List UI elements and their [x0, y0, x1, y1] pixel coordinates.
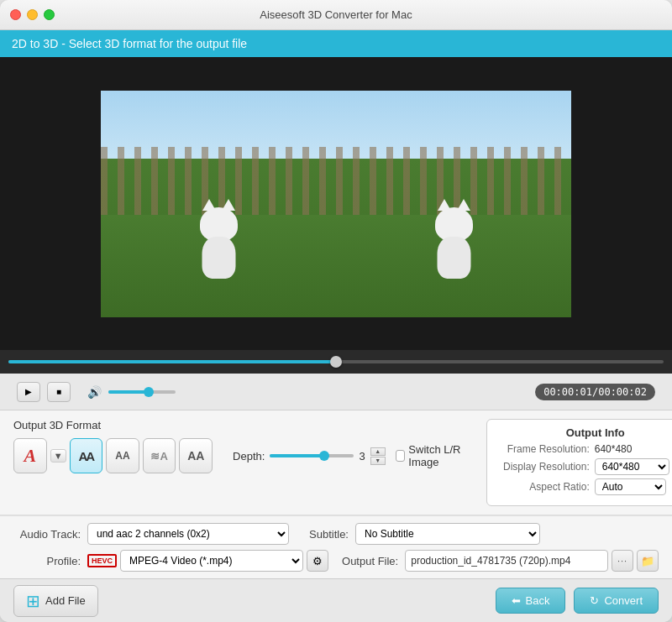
aspect-ratio-row: Aspect Ratio: Auto 16:9 4:3 1:1: [497, 478, 672, 495]
display-resolution-label: Display Resolution:: [497, 461, 590, 473]
cat-scene-left: [101, 91, 336, 317]
cat-scene-right: [336, 91, 571, 317]
convert-icon: ↻: [590, 594, 599, 607]
depth-stepper[interactable]: ▲ ▼: [370, 447, 386, 465]
footer: ⊞ Add File ⬅ Back ↻ Convert: [0, 578, 672, 622]
video-right: [336, 91, 571, 317]
aspect-ratio-label: Aspect Ratio:: [497, 481, 590, 493]
seek-progress: [8, 360, 336, 363]
traffic-lights: [10, 9, 55, 20]
stop-icon: ■: [56, 387, 61, 396]
window-title: Aiseesoft 3D Converter for Mac: [260, 8, 412, 21]
depth-thumb: [319, 451, 329, 461]
volume-slider[interactable]: [108, 390, 176, 394]
controls-bar: ▶ ■ 🔊 00:00:01/00:00:02: [0, 374, 672, 410]
title-bar: Aiseesoft 3D Converter for Mac: [0, 0, 672, 30]
format-label: Output 3D Format: [13, 419, 478, 431]
aa-topbottom-icon: AA: [115, 451, 129, 461]
depth-up[interactable]: ▲: [370, 447, 386, 456]
play-button[interactable]: ▶: [17, 382, 40, 402]
format-btn-depth[interactable]: AA: [179, 438, 213, 473]
profile-select[interactable]: MPEG-4 Video (*.mp4): [120, 550, 303, 572]
time-display: 00:00:01/00:00:02: [535, 384, 655, 400]
aspect-ratio-select[interactable]: Auto 16:9 4:3 1:1: [595, 478, 666, 495]
switch-lr-checkbox[interactable]: [396, 450, 406, 462]
output-file-label: Output File:: [342, 555, 398, 567]
add-file-button[interactable]: ⊞ Add File: [13, 585, 98, 617]
display-resolution-row: Display Resolution: 640*480 1280*720 192…: [497, 458, 672, 475]
dots-icon: ···: [617, 556, 627, 566]
back-button[interactable]: ⬅ Back: [496, 588, 566, 614]
format-dropdown-arrow[interactable]: ▼: [50, 449, 66, 463]
depth-slider[interactable]: [270, 454, 354, 457]
frame-resolution-value: 640*480: [595, 443, 633, 455]
convert-button[interactable]: ↻ Convert: [574, 588, 659, 614]
output-file-input[interactable]: production_id_4781735 (720p).mp4: [405, 550, 608, 572]
bottom-settings: Audio Track: und aac 2 channels (0x2) Su…: [0, 515, 672, 578]
depth-icon: AA: [187, 449, 204, 463]
profile-settings-button[interactable]: ⚙: [307, 550, 328, 572]
format-btn-aa-topbottom[interactable]: AA: [106, 438, 139, 473]
video-area: [0, 57, 672, 350]
switch-lr-label: Switch L/R Image: [408, 443, 477, 468]
footer-actions: ⬅ Back ↻ Convert: [496, 588, 659, 614]
depth-label: Depth:: [233, 450, 265, 463]
add-file-label: Add File: [45, 594, 86, 607]
frame-resolution-row: Frame Resolution: 640*480: [497, 443, 672, 455]
anaglyph-icon: ≋A: [150, 450, 167, 463]
volume-fill: [108, 390, 149, 394]
depth-fill: [270, 454, 324, 457]
red-a-icon: A: [24, 445, 36, 467]
back-icon: ⬅: [512, 594, 521, 607]
blue-banner: 2D to 3D - Select 3D format for the outp…: [0, 30, 672, 57]
format-btn-red-a[interactable]: A: [13, 438, 47, 473]
volume-icon: 🔊: [87, 385, 102, 399]
volume-thumb: [144, 387, 154, 397]
stop-button[interactable]: ■: [47, 382, 71, 402]
output-info-title: Output Info: [497, 426, 672, 439]
subtitle-label: Subtitle:: [309, 528, 349, 541]
audio-track-select[interactable]: und aac 2 channels (0x2): [87, 523, 289, 545]
format-btn-aa-sidebyside[interactable]: AA: [70, 438, 103, 473]
banner-text: 2D to 3D - Select 3D format for the outp…: [12, 37, 247, 50]
seek-bar[interactable]: [8, 360, 664, 363]
frame-resolution-label: Frame Resolution:: [497, 443, 590, 455]
video-left: [101, 91, 336, 317]
video-preview: [101, 91, 571, 317]
output-file-dots-button[interactable]: ···: [612, 550, 633, 572]
depth-value: 3: [359, 450, 365, 463]
back-label: Back: [526, 594, 550, 607]
maximize-button[interactable]: [44, 9, 55, 20]
minimize-button[interactable]: [27, 9, 38, 20]
subtitle-select[interactable]: No Subtitle: [355, 523, 540, 545]
depth-down[interactable]: ▼: [370, 457, 386, 465]
add-file-icon: ⊞: [26, 591, 40, 611]
play-icon: ▶: [25, 387, 32, 396]
hevc-badge: HEVC: [87, 554, 117, 567]
folder-icon: 📁: [641, 555, 654, 567]
convert-label: Convert: [604, 594, 643, 607]
audio-track-label: Audio Track:: [13, 528, 81, 541]
format-section: Output 3D Format A ▼ AA AA: [0, 410, 672, 515]
seek-bar-container: [0, 350, 672, 374]
format-btn-anaglyph[interactable]: ≋A: [143, 438, 176, 473]
output-folder-button[interactable]: 📁: [637, 550, 659, 572]
seek-thumb: [330, 356, 342, 368]
aa-sidebyside-icon: AA: [79, 449, 94, 463]
gear-icon: ⚙: [312, 555, 323, 567]
app-window: Aiseesoft 3D Converter for Mac 2D to 3D …: [0, 0, 672, 622]
close-button[interactable]: [10, 9, 21, 20]
output-info-box: Output Info Frame Resolution: 640*480 Di…: [486, 419, 672, 506]
profile-label: Profile:: [13, 555, 81, 567]
display-resolution-select[interactable]: 640*480 1280*720 1920*1080: [595, 458, 669, 475]
